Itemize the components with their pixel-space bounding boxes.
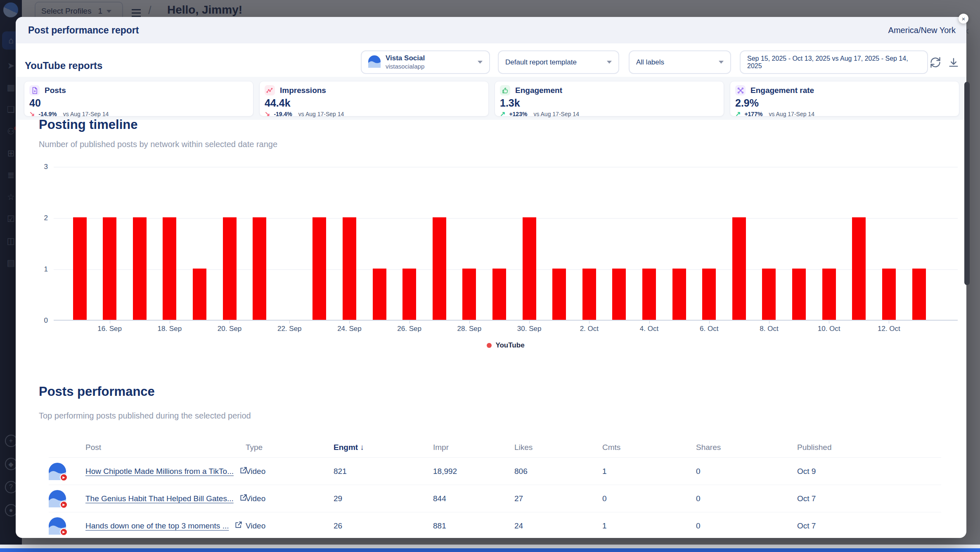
date-range-value: Sep 15, 2025 - Oct 13, 2025 vs Aug 17, 2…	[747, 55, 921, 70]
bar[interactable]	[612, 269, 626, 320]
post-link[interactable]: The Genius Habit That Helped Bill Gates.…	[85, 494, 234, 503]
cell-shares: 0	[696, 494, 797, 503]
card-title: Engagement	[515, 86, 562, 95]
bar[interactable]	[792, 269, 806, 320]
bar[interactable]	[912, 269, 926, 320]
close-icon: ×	[962, 15, 966, 22]
column-header-impr[interactable]: Impr	[433, 443, 514, 452]
bar[interactable]	[852, 217, 866, 320]
card-title: Impressions	[280, 86, 326, 95]
chart-legend[interactable]: YouTube	[54, 341, 958, 350]
column-header-likes[interactable]: Likes	[514, 443, 602, 452]
bar[interactable]	[163, 217, 176, 320]
date-range-picker[interactable]: Sep 15, 2025 - Oct 13, 2025 vs Aug 17, 2…	[740, 50, 928, 74]
card-comparison: vs Aug 17-Sep 14	[298, 111, 344, 117]
bar[interactable]	[702, 269, 716, 320]
column-header-cmts[interactable]: Cmts	[602, 443, 696, 452]
bar[interactable]	[762, 269, 776, 320]
x-axis-label: 4. Oct	[625, 325, 674, 333]
avatar: ▶	[49, 517, 66, 535]
x-axis-label: 22. Sep	[265, 325, 314, 333]
post-link[interactable]: How Chipotle Made Millions from a TikTo.…	[85, 467, 234, 476]
cell-published: Oct 7	[797, 494, 941, 503]
table-header-row: Post Type Engmt ↓ Impr Likes Cmts Shares…	[49, 438, 941, 458]
bar[interactable]	[492, 269, 506, 320]
youtube-badge-icon: ▶	[60, 528, 68, 536]
x-axis-label: 2. Oct	[564, 325, 614, 333]
card-value: 40	[29, 97, 248, 109]
card-comparison: vs Aug 17-Sep 14	[533, 111, 579, 117]
posts-icon	[29, 85, 40, 95]
youtube-badge-icon: ▶	[60, 473, 68, 481]
profile-select[interactable]: Vista Social vistasocialapp	[361, 50, 490, 74]
metric-card-posts: Posts 40 ↘ -14.9% vs Aug 17-Sep 14	[24, 81, 253, 117]
cell-impr: 881	[433, 521, 514, 531]
bar[interactable]	[223, 217, 237, 320]
table-row: ▶ The Genius Habit That Helped Bill Gate…	[49, 485, 941, 512]
bar[interactable]	[402, 269, 416, 320]
column-header-published[interactable]: Published	[797, 443, 941, 452]
x-axis-tick	[829, 321, 829, 324]
bar[interactable]	[822, 269, 836, 320]
engagement-icon	[500, 85, 510, 95]
column-header-post[interactable]: Post	[49, 443, 246, 452]
posts-performance-subtitle: Top performing posts published during th…	[39, 411, 251, 421]
timezone-label: America/New York	[888, 26, 956, 35]
x-axis-tick	[349, 321, 350, 324]
bar[interactable]	[312, 217, 326, 320]
bar[interactable]	[253, 217, 266, 320]
cell-engmt: 29	[334, 494, 433, 503]
card-comparison: vs Aug 17-Sep 14	[769, 111, 814, 117]
x-axis-tick	[529, 321, 530, 324]
metric-card-engagement-rate: Engagement rate 2.9% ↗ +177% vs Aug 17-S…	[730, 81, 959, 117]
metric-card-impressions: Impressions 44.4k ↘ -19.4% vs Aug 17-Sep…	[259, 81, 489, 117]
bar[interactable]	[373, 269, 386, 320]
post-link[interactable]: Hands down one of the top 3 moments ...	[85, 521, 229, 531]
column-header-shares[interactable]: Shares	[696, 443, 797, 452]
refresh-button[interactable]	[929, 56, 942, 69]
bar[interactable]	[193, 269, 206, 320]
bar[interactable]	[73, 217, 87, 320]
cell-likes: 806	[514, 467, 602, 476]
card-delta: -14.9%	[38, 111, 57, 117]
cell-impr: 18,992	[433, 467, 514, 476]
x-axis-label: 8. Oct	[744, 325, 794, 333]
x-axis-tick	[110, 321, 110, 324]
download-button[interactable]	[947, 56, 960, 69]
bar[interactable]	[642, 269, 656, 320]
template-value: Default report template	[505, 58, 577, 67]
labels-select[interactable]: All labels	[629, 50, 731, 74]
external-link-icon[interactable]	[234, 521, 243, 531]
bar[interactable]	[343, 217, 356, 320]
table-row: ▶ Hands down one of the top 3 moments ..…	[49, 512, 941, 538]
trend-up-icon: ↗	[735, 110, 741, 118]
cell-likes: 27	[514, 494, 602, 503]
report-section-title: YouTube reports	[25, 60, 102, 71]
close-button[interactable]: ×	[959, 14, 968, 24]
card-value: 44.4k	[265, 97, 483, 109]
report-template-select[interactable]: Default report template	[498, 50, 619, 74]
gridline	[54, 218, 958, 219]
bar[interactable]	[103, 217, 116, 320]
x-axis-tick	[170, 321, 170, 324]
bar[interactable]	[552, 269, 566, 320]
bar[interactable]	[523, 217, 536, 320]
x-axis-label: 30. Sep	[504, 325, 554, 333]
bar[interactable]	[582, 269, 596, 320]
bar[interactable]	[462, 269, 476, 320]
avatar: ▶	[49, 490, 66, 507]
bar[interactable]	[882, 269, 896, 320]
bar[interactable]	[433, 217, 446, 320]
bar[interactable]	[133, 217, 147, 320]
trend-down-icon: ↘	[265, 110, 270, 118]
profile-avatar	[368, 55, 381, 69]
bar[interactable]	[732, 217, 746, 320]
column-header-type[interactable]: Type	[246, 443, 334, 452]
bar[interactable]	[672, 269, 686, 320]
x-axis-label: 18. Sep	[145, 325, 194, 333]
column-header-engmt[interactable]: Engmt ↓	[334, 443, 433, 452]
profile-handle: vistasocialapp	[386, 63, 425, 70]
y-axis-label: 0	[28, 316, 48, 325]
scrollbar-thumb[interactable]	[964, 82, 970, 285]
cell-likes: 24	[514, 521, 602, 531]
